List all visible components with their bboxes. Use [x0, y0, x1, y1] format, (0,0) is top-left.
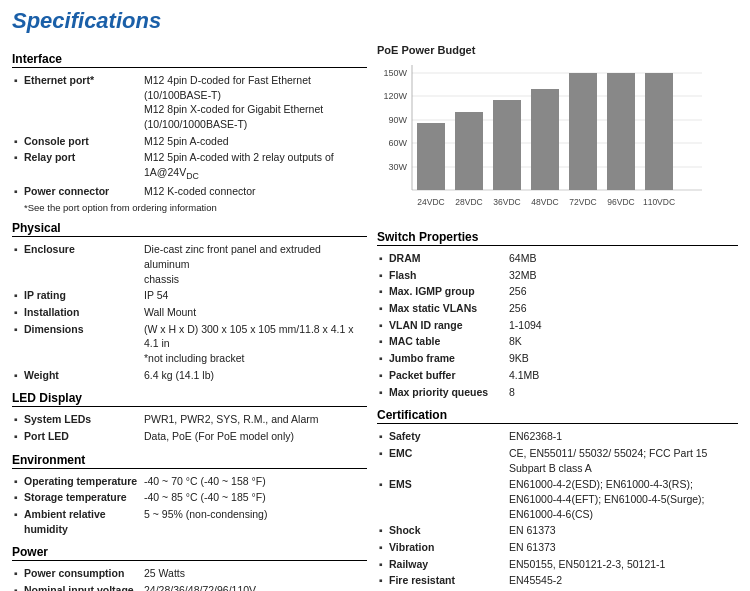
section-physical: Physical — [12, 221, 367, 237]
svg-text:120W: 120W — [383, 91, 407, 101]
svg-text:60W: 60W — [388, 138, 407, 148]
bar-48vdc — [531, 89, 559, 190]
value-system-leds: PWR1, PWR2, SYS, R.M., and Alarm — [142, 411, 367, 428]
label-shock: Shock — [377, 522, 507, 539]
svg-text:110VDC: 110VDC — [643, 197, 675, 207]
label-priority: Max priority queues — [377, 384, 507, 401]
label-flash: Flash — [377, 267, 507, 284]
label-nom-voltage: Nominal input voltage — [12, 582, 142, 591]
label-stor-temp: Storage temperature — [12, 489, 142, 506]
svg-text:90W: 90W — [388, 115, 407, 125]
table-row: Power connector M12 K-coded connector — [12, 183, 367, 200]
svg-text:150W: 150W — [383, 68, 407, 78]
value-dram: 64MB — [507, 250, 738, 267]
label-port-led: Port LED — [12, 428, 142, 445]
cert-table: Safety EN62368-1 EMC CE, EN55011/ 55032/… — [377, 428, 738, 591]
label-safety: Safety — [377, 428, 507, 445]
label-igmp: Max. IGMP group — [377, 283, 507, 300]
label-railway: Railway — [377, 556, 507, 573]
table-row: Ambient relative humidity 5 ~ 95% (non-c… — [12, 506, 367, 537]
label-installation: Installation — [12, 304, 142, 321]
table-row: Railway EN50155, EN50121-2-3, 50121-1 — [377, 556, 738, 573]
section-power: Power — [12, 545, 367, 561]
value-installation: Wall Mount — [142, 304, 367, 321]
section-interface: Interface — [12, 52, 367, 68]
label-fire: Fire resistant — [377, 572, 507, 589]
value-fire: EN45545-2 — [507, 572, 738, 589]
table-row: Port LED Data, PoE (For PoE model only) — [12, 428, 367, 445]
value-enclosure: Die-cast zinc front panel and extruded a… — [142, 241, 367, 287]
right-column: PoE Power Budget — [377, 44, 738, 591]
value-vlan-id: 1-1094 — [507, 317, 738, 334]
table-row: Max. IGMP group 256 — [377, 283, 738, 300]
value-console: M12 5pin A-coded — [142, 133, 367, 150]
value-relay: M12 5pin A-coded with 2 relay outputs of… — [142, 149, 367, 183]
chart-svg: 150W 120W 90W 60W 30W — [377, 60, 707, 220]
bar-36vdc — [493, 100, 521, 190]
label-vlans: Max static VLANs — [377, 300, 507, 317]
table-row: Vibration EN 61373 — [377, 539, 738, 556]
power-table: Power consumption 25 Watts Nominal input… — [12, 565, 367, 591]
svg-text:24VDC: 24VDC — [417, 197, 444, 207]
table-row: Relay port M12 5pin A-coded with 2 relay… — [12, 149, 367, 183]
svg-text:72VDC: 72VDC — [569, 197, 596, 207]
svg-text:28VDC: 28VDC — [455, 197, 482, 207]
table-row: VLAN ID range 1-1094 — [377, 317, 738, 334]
label-ems: EMS — [377, 476, 507, 522]
label-mac: MAC table — [377, 333, 507, 350]
label-relay: Relay port — [12, 149, 142, 183]
value-mac: 8K — [507, 333, 738, 350]
value-ems: EN61000-4-2(ESD); EN61000-4-3(RS);EN6100… — [507, 476, 738, 522]
label-console: Console port — [12, 133, 142, 150]
value-power-connector: M12 K-coded connector — [142, 183, 367, 200]
value-vibration: EN 61373 — [507, 539, 738, 556]
table-row: EMS EN61000-4-2(ESD); EN61000-4-3(RS);EN… — [377, 476, 738, 522]
poe-chart-title: PoE Power Budget — [377, 44, 738, 56]
label-enclosure: Enclosure — [12, 241, 142, 287]
table-row: Operating temperature -40 ~ 70 °C (-40 ~… — [12, 473, 367, 490]
table-row: Power consumption 25 Watts — [12, 565, 367, 582]
led-table: System LEDs PWR1, PWR2, SYS, R.M., and A… — [12, 411, 367, 444]
svg-text:48VDC: 48VDC — [531, 197, 558, 207]
table-row: Enclosure Die-cast zinc front panel and … — [12, 241, 367, 287]
value-flash: 32MB — [507, 267, 738, 284]
value-packet: 4.1MB — [507, 367, 738, 384]
poe-chart: 150W 120W 90W 60W 30W — [377, 60, 738, 222]
label-weight: Weight — [12, 367, 142, 384]
table-row: Ethernet port* M12 4pin D-coded for Fast… — [12, 72, 367, 133]
bar-110vdc — [645, 73, 673, 190]
env-table: Operating temperature -40 ~ 70 °C (-40 ~… — [12, 473, 367, 538]
bar-24vdc — [417, 123, 445, 190]
value-igmp: 256 — [507, 283, 738, 300]
section-switch: Switch Properties — [377, 230, 738, 246]
table-row: Dimensions (W x H x D) 300 x 105 x 105 m… — [12, 321, 367, 367]
section-environment: Environment — [12, 453, 367, 469]
physical-table: Enclosure Die-cast zinc front panel and … — [12, 241, 367, 383]
label-system-leds: System LEDs — [12, 411, 142, 428]
label-op-temp: Operating temperature — [12, 473, 142, 490]
table-row: Fire resistant EN45545-2 — [377, 572, 738, 589]
value-safety: EN62368-1 — [507, 428, 738, 445]
label-ip: IP rating — [12, 287, 142, 304]
value-ip: IP 54 — [142, 287, 367, 304]
svg-text:30W: 30W — [388, 162, 407, 172]
label-power-connector: Power connector — [12, 183, 142, 200]
value-shock: EN 61373 — [507, 522, 738, 539]
value-stor-temp: -40 ~ 85 °C (-40 ~ 185 °F) — [142, 489, 367, 506]
value-humidity: 5 ~ 95% (non-condensing) — [142, 506, 367, 537]
value-railway: EN50155, EN50121-2-3, 50121-1 — [507, 556, 738, 573]
value-ethernet: M12 4pin D-coded for Fast Ethernet (10/1… — [142, 72, 367, 133]
section-led: LED Display — [12, 391, 367, 407]
section-cert: Certification — [377, 408, 738, 424]
table-row: System LEDs PWR1, PWR2, SYS, R.M., and A… — [12, 411, 367, 428]
svg-text:96VDC: 96VDC — [607, 197, 634, 207]
table-row: IP rating IP 54 — [12, 287, 367, 304]
label-humidity: Ambient relative humidity — [12, 506, 142, 537]
value-dimensions: (W x H x D) 300 x 105 x 105 mm/11.8 x 4.… — [142, 321, 367, 367]
bar-96vdc — [607, 73, 635, 190]
value-priority: 8 — [507, 384, 738, 401]
label-ethernet: Ethernet port* — [12, 72, 142, 133]
table-row: Max priority queues 8 — [377, 384, 738, 401]
page-title: Specifications — [12, 8, 738, 34]
table-row: MAC table 8K — [377, 333, 738, 350]
